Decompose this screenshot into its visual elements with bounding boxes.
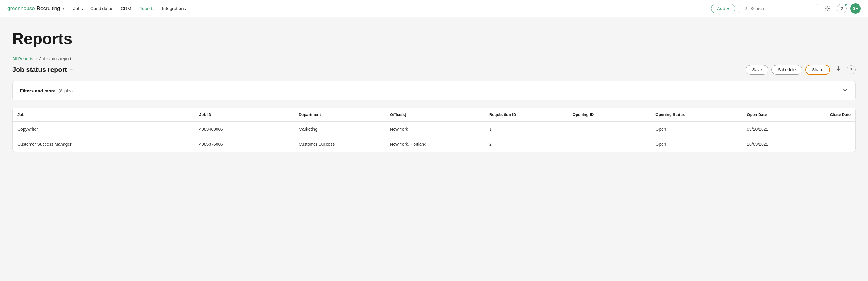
cell-open-date: 09/28/2022 <box>742 121 825 137</box>
cell-job: Customer Success Manager <box>12 137 194 152</box>
cell-opening-status: Open <box>651 121 742 137</box>
brand-logo[interactable]: greenhouse Recruiting ▾ <box>7 5 65 11</box>
search-box[interactable] <box>739 4 818 13</box>
gear-icon <box>825 5 831 11</box>
nav-reports[interactable]: Reports <box>138 5 155 12</box>
filters-chevron-icon <box>842 87 848 94</box>
navbar: greenhouse Recruiting ▾ Jobs Candidates … <box>0 0 868 17</box>
col-header-req-id: Requisition ID <box>485 108 568 121</box>
report-help-button[interactable]: ? <box>846 65 856 74</box>
download-button[interactable] <box>833 64 843 75</box>
share-button[interactable]: Share <box>805 64 830 75</box>
col-header-offices: Office(s) <box>385 108 485 121</box>
col-header-job: Job <box>12 108 194 121</box>
table-body: Copywriter 4083463005 Marketing New York… <box>12 121 856 151</box>
filters-label-container: Filters and more (8 jobs) <box>20 88 73 93</box>
nav-integrations[interactable]: Integrations <box>162 5 186 12</box>
breadcrumb-separator: › <box>35 57 37 61</box>
add-button-label: Add <box>717 6 725 11</box>
page-title: Reports <box>12 29 856 48</box>
breadcrumb-current: Job status report <box>39 56 71 61</box>
report-title-row: Job status report ✏ <box>12 66 74 74</box>
edit-title-icon[interactable]: ✏ <box>70 67 74 73</box>
nav-candidates[interactable]: Candidates <box>90 5 114 12</box>
col-header-department: Department <box>294 108 385 121</box>
cell-req-id: 2 <box>485 137 568 152</box>
report-header: Job status report ✏ Save Schedule Share … <box>12 64 856 75</box>
brand-chevron[interactable]: ▾ <box>62 6 65 11</box>
col-header-opening-status: Opening Status <box>651 108 742 121</box>
add-button[interactable]: Add ▾ <box>711 4 735 13</box>
cell-req-id: 1 <box>485 121 568 137</box>
cell-open-date: 10/03/2022 <box>742 137 825 152</box>
nav-jobs[interactable]: Jobs <box>73 5 83 12</box>
search-icon <box>744 6 748 11</box>
cell-department: Marketing <box>294 121 385 137</box>
cell-opening-id <box>568 121 651 137</box>
table-row: Copywriter 4083463005 Marketing New York… <box>12 121 856 137</box>
col-header-opening-id: Opening ID <box>568 108 651 121</box>
add-chevron-icon: ▾ <box>727 6 730 11</box>
col-header-open-date: Open Date <box>742 108 825 121</box>
main-content: Reports All Reports › Job status report … <box>0 17 868 281</box>
avatar-initials: GH <box>852 6 859 11</box>
cell-job-id: 4083463005 <box>194 121 293 137</box>
cell-opening-status: Open <box>651 137 742 152</box>
cell-department: Customer Success <box>294 137 385 152</box>
brand-name-part2: Recruiting <box>37 5 60 11</box>
brand-name-part1: greenhouse <box>7 5 35 11</box>
table-header: Job Job ID Department Office(s) Requisit… <box>12 108 856 121</box>
breadcrumb-all-reports[interactable]: All Reports <box>12 56 33 61</box>
cell-close-date <box>825 137 856 152</box>
col-header-job-id: Job ID <box>194 108 293 121</box>
svg-point-2 <box>827 8 829 9</box>
filters-count: (8 jobs) <box>59 88 73 93</box>
cell-offices: New York <box>385 121 485 137</box>
help-icon: ? <box>850 67 853 72</box>
table-container: Job Job ID Department Office(s) Requisit… <box>12 108 856 152</box>
help-nav-button[interactable]: ? <box>837 4 846 13</box>
nav-crm[interactable]: CRM <box>121 5 131 12</box>
report-actions: Save Schedule Share ? <box>746 64 856 75</box>
schedule-button[interactable]: Schedule <box>771 65 802 75</box>
settings-button[interactable] <box>822 3 833 14</box>
cell-opening-id <box>568 137 651 152</box>
filters-label: Filters and more <box>20 88 56 93</box>
table-row: Customer Success Manager 4085376005 Cust… <box>12 137 856 152</box>
report-title: Job status report <box>12 66 67 74</box>
col-header-close-date: Close Date <box>825 108 856 121</box>
search-input[interactable] <box>750 6 814 11</box>
notification-badge <box>844 3 847 6</box>
cell-close-date <box>825 121 856 137</box>
svg-line-1 <box>746 9 747 10</box>
cell-offices: New York, Portland <box>385 137 485 152</box>
jobs-table: Job Job ID Department Office(s) Requisit… <box>12 108 856 151</box>
cell-job: Copywriter <box>12 121 194 137</box>
save-button[interactable]: Save <box>746 65 768 75</box>
nav-right: Add ▾ ? GH <box>711 3 861 14</box>
filters-bar[interactable]: Filters and more (8 jobs) <box>12 81 856 101</box>
breadcrumb: All Reports › Job status report <box>12 56 856 61</box>
cell-job-id: 4085376005 <box>194 137 293 152</box>
avatar[interactable]: GH <box>850 3 861 14</box>
nav-links: Jobs Candidates CRM Reports Integrations <box>73 5 186 12</box>
download-icon <box>835 65 842 72</box>
